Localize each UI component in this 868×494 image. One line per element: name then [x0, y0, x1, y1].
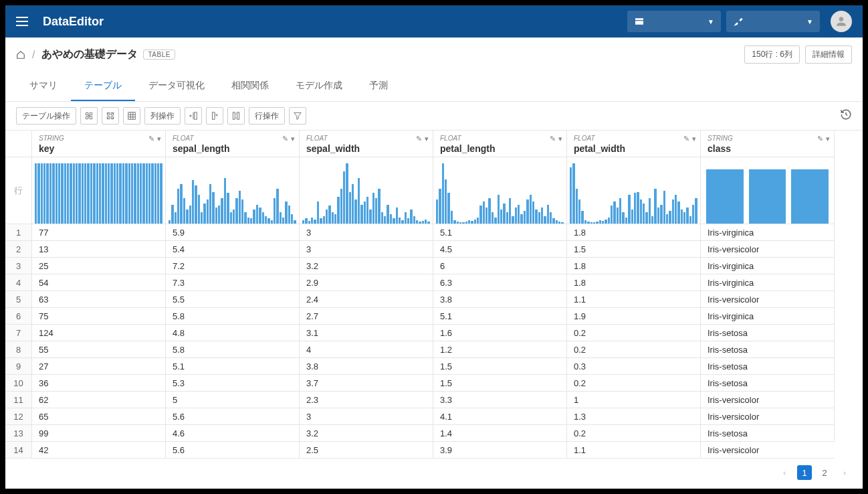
- row-number[interactable]: 9: [5, 358, 32, 375]
- page-prev[interactable]: ‹: [777, 465, 792, 480]
- cell-petal_width[interactable]: 0.2: [567, 375, 701, 392]
- cell-class[interactable]: Iris-versicolor: [701, 241, 835, 258]
- cell-sepal_length[interactable]: 5.5: [166, 291, 300, 308]
- cell-sepal_width[interactable]: 2.5: [300, 442, 433, 459]
- history-icon[interactable]: [840, 108, 852, 123]
- cell-class[interactable]: Iris-setosa: [701, 341, 835, 358]
- edit-icon[interactable]: ✎: [683, 135, 689, 143]
- edit-icon[interactable]: ✎: [817, 135, 823, 143]
- column-header-petal_width[interactable]: FLOAT petal_width ✎▾: [567, 131, 701, 157]
- cell-key[interactable]: 63: [32, 291, 166, 308]
- cell-sepal_width[interactable]: 3: [300, 241, 433, 258]
- row-number[interactable]: 3: [5, 258, 32, 274]
- tab-1[interactable]: テーブル: [71, 72, 135, 101]
- edit-icon[interactable]: ✎: [416, 135, 422, 143]
- cell-class[interactable]: Iris-virginica: [701, 308, 835, 325]
- cell-sepal_length[interactable]: 7.3: [166, 274, 300, 291]
- remove-column-icon[interactable]: [206, 107, 223, 125]
- cell-petal_length[interactable]: 4.1: [433, 408, 567, 425]
- cell-sepal_length[interactable]: 4.6: [166, 425, 300, 442]
- page-1[interactable]: 1: [797, 465, 812, 480]
- cell-petal_length[interactable]: 1.2: [433, 341, 567, 358]
- tool-selector[interactable]: ▼: [726, 11, 820, 32]
- cell-petal_length[interactable]: 3.3: [433, 392, 567, 408]
- cell-key[interactable]: 99: [32, 425, 166, 442]
- cell-class[interactable]: Iris-setosa: [701, 425, 835, 442]
- cell-petal_width[interactable]: 1.3: [567, 408, 701, 425]
- cell-class[interactable]: Iris-versicolor: [701, 408, 835, 425]
- tab-5[interactable]: 予測: [356, 72, 401, 101]
- cell-sepal_length[interactable]: 7.2: [166, 258, 300, 274]
- histogram-key[interactable]: [32, 157, 166, 224]
- cell-sepal_length[interactable]: 5.8: [166, 341, 300, 358]
- column-header-petal_length[interactable]: FLOAT petal_length ✎▾: [433, 131, 567, 157]
- cell-sepal_width[interactable]: 3.1: [300, 325, 433, 341]
- cell-petal_width[interactable]: 0.3: [567, 358, 701, 375]
- cell-key[interactable]: 55: [32, 341, 166, 358]
- chevron-down-icon[interactable]: ▾: [826, 135, 830, 143]
- cell-sepal_width[interactable]: 3.8: [300, 358, 433, 375]
- expand-icon[interactable]: [102, 107, 119, 125]
- edit-icon[interactable]: ✎: [282, 135, 288, 143]
- avatar[interactable]: [831, 11, 852, 32]
- sort-column-icon[interactable]: [227, 107, 245, 125]
- cell-key[interactable]: 75: [32, 308, 166, 325]
- table-ops-button[interactable]: テーブル操作: [16, 107, 76, 125]
- edit-icon[interactable]: ✎: [550, 135, 556, 143]
- cell-key[interactable]: 27: [32, 358, 166, 375]
- row-ops-button[interactable]: 行操作: [249, 107, 285, 125]
- row-number[interactable]: 11: [5, 392, 32, 408]
- cell-class[interactable]: Iris-virginica: [701, 224, 835, 241]
- home-icon[interactable]: [16, 50, 25, 60]
- cell-petal_length[interactable]: 3.8: [433, 291, 567, 308]
- cell-class[interactable]: Iris-setosa: [701, 325, 835, 341]
- cell-petal_width[interactable]: 1.1: [567, 291, 701, 308]
- column-ops-button[interactable]: 列操作: [144, 107, 181, 125]
- chevron-down-icon[interactable]: ▾: [157, 135, 161, 143]
- chevron-down-icon[interactable]: ▾: [692, 135, 696, 143]
- row-number[interactable]: 2: [5, 241, 32, 258]
- cell-class[interactable]: Iris-versicolor: [701, 291, 835, 308]
- cell-petal_width[interactable]: 1.8: [567, 274, 701, 291]
- add-column-icon[interactable]: [185, 107, 202, 125]
- chevron-down-icon[interactable]: ▾: [291, 135, 295, 143]
- row-number[interactable]: 4: [5, 274, 32, 291]
- cell-petal_length[interactable]: 5.1: [433, 308, 567, 325]
- cell-petal_length[interactable]: 1.5: [433, 358, 567, 375]
- tab-3[interactable]: 相関関係: [218, 72, 282, 101]
- cell-sepal_length[interactable]: 5.9: [166, 224, 300, 241]
- cell-class[interactable]: Iris-versicolor: [701, 442, 835, 459]
- row-number[interactable]: 13: [5, 425, 32, 442]
- details-button[interactable]: 詳細情報: [805, 46, 852, 64]
- cell-sepal_width[interactable]: 4: [300, 341, 433, 358]
- cell-key[interactable]: 77: [32, 224, 166, 241]
- cell-key[interactable]: 124: [32, 325, 166, 341]
- cell-petal_width[interactable]: 0.2: [567, 325, 701, 341]
- cell-sepal_length[interactable]: 5.4: [166, 241, 300, 258]
- cell-sepal_width[interactable]: 2.7: [300, 308, 433, 325]
- cell-key[interactable]: 13: [32, 241, 166, 258]
- chevron-down-icon[interactable]: ▾: [425, 135, 429, 143]
- histogram-petal_width[interactable]: [567, 157, 701, 224]
- cell-sepal_width[interactable]: 2.4: [300, 291, 433, 308]
- cell-sepal_length[interactable]: 5.1: [166, 358, 300, 375]
- cell-sepal_length[interactable]: 4.8: [166, 325, 300, 341]
- cell-sepal_length[interactable]: 5.6: [166, 442, 300, 459]
- cell-petal_width[interactable]: 0.2: [567, 341, 701, 358]
- column-header-sepal_length[interactable]: FLOAT sepal_length ✎▾: [166, 131, 300, 157]
- row-number[interactable]: 12: [5, 408, 32, 425]
- page-next[interactable]: ›: [837, 465, 852, 480]
- cell-key[interactable]: 65: [32, 408, 166, 425]
- tab-0[interactable]: サマリ: [16, 72, 71, 101]
- row-number[interactable]: 6: [5, 308, 32, 325]
- column-header-sepal_width[interactable]: FLOAT sepal_width ✎▾: [300, 131, 433, 157]
- cell-sepal_width[interactable]: 3.7: [300, 375, 433, 392]
- cell-class[interactable]: Iris-virginica: [701, 258, 835, 274]
- cell-sepal_length[interactable]: 5.6: [166, 408, 300, 425]
- cell-petal_width[interactable]: 1: [567, 392, 701, 408]
- row-number[interactable]: 10: [5, 375, 32, 392]
- histogram-class[interactable]: [701, 157, 835, 224]
- cell-key[interactable]: 54: [32, 274, 166, 291]
- cell-class[interactable]: Iris-versicolor: [701, 392, 835, 408]
- cell-petal_width[interactable]: 1.9: [567, 308, 701, 325]
